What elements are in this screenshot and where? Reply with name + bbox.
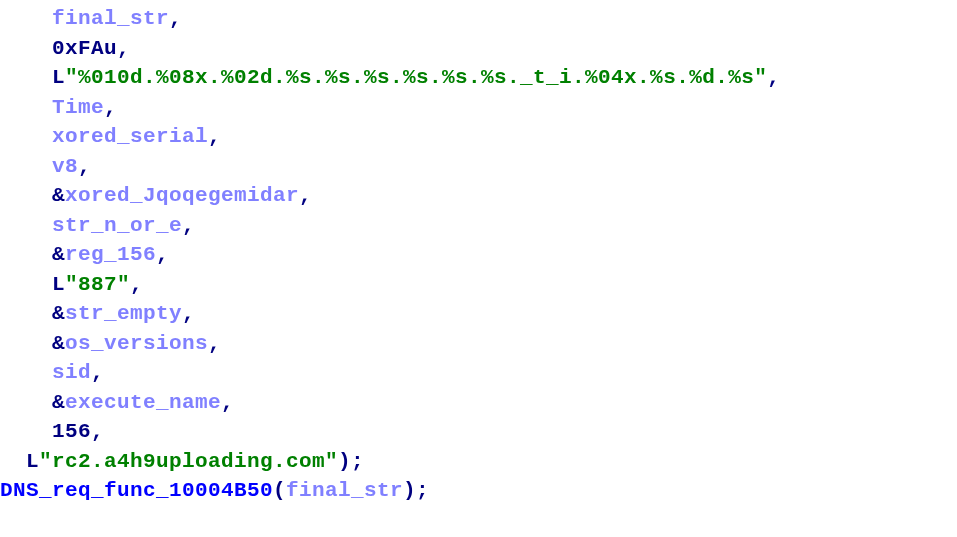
wide-prefix: L [52, 66, 65, 89]
indent [0, 420, 52, 443]
code-line: L"%010d.%08x.%02d.%s.%s.%s.%s.%s.%s._t_i… [0, 66, 780, 89]
code-line: xored_serial, [0, 125, 221, 148]
comma: , [169, 7, 182, 30]
function-call-name: DNS_req_func_10004B50 [0, 479, 273, 502]
comma: , [78, 155, 91, 178]
identifier-str-empty: str_empty [65, 302, 182, 325]
indent [0, 391, 52, 414]
indent [0, 243, 52, 266]
identifier-reg-156: reg_156 [65, 243, 156, 266]
code-line: &os_versions, [0, 332, 221, 355]
identifier-xored-jq: xored_Jqoqegemidar [65, 184, 299, 207]
code-line: L"rc2.a4h9uploading.com"); [0, 450, 364, 473]
comma: , [221, 391, 234, 414]
decompiled-code-block: final_str, 0xFAu, L"%010d.%08x.%02d.%s.%… [0, 0, 957, 506]
identifier-str-n-or-e: str_n_or_e [52, 214, 182, 237]
indent [0, 302, 52, 325]
ampersand: & [52, 243, 65, 266]
string-887: "887" [65, 273, 130, 296]
comma: , [208, 332, 221, 355]
lparen: ( [273, 479, 286, 502]
identifier-xored-serial: xored_serial [52, 125, 208, 148]
comma: , [208, 125, 221, 148]
comma: , [182, 214, 195, 237]
indent [0, 37, 52, 60]
string-domain: "rc2.a4h9uploading.com" [39, 450, 338, 473]
rparen-semi: ); [403, 479, 429, 502]
comma: , [767, 66, 780, 89]
comma: , [91, 361, 104, 384]
code-line: &xored_Jqoqegemidar, [0, 184, 312, 207]
ampersand: & [52, 302, 65, 325]
comma: , [182, 302, 195, 325]
code-line: &execute_name, [0, 391, 234, 414]
indent [0, 184, 52, 207]
comma: , [156, 243, 169, 266]
indent [0, 361, 52, 384]
identifier-v8: v8 [52, 155, 78, 178]
indent [0, 96, 52, 119]
identifier-final-str: final_str [52, 7, 169, 30]
wide-prefix: L [52, 273, 65, 296]
identifier-execute-name: execute_name [65, 391, 221, 414]
code-line: final_str, [0, 7, 182, 30]
indent [0, 66, 52, 89]
indent [0, 125, 52, 148]
indent [0, 155, 52, 178]
code-line: sid, [0, 361, 104, 384]
indent [0, 214, 52, 237]
code-line: str_n_or_e, [0, 214, 195, 237]
code-line: L"887", [0, 273, 143, 296]
code-line: Time, [0, 96, 117, 119]
comma: , [130, 273, 143, 296]
format-string: "%010d.%08x.%02d.%s.%s.%s.%s.%s.%s._t_i.… [65, 66, 767, 89]
wide-prefix: L [26, 450, 39, 473]
code-line: 0xFAu, [0, 37, 130, 60]
code-line: 156, [0, 420, 104, 443]
code-line: &reg_156, [0, 243, 169, 266]
indent [0, 332, 52, 355]
ampersand: & [52, 332, 65, 355]
rparen-semi: ); [338, 450, 364, 473]
indent [0, 7, 52, 30]
code-line: &str_empty, [0, 302, 195, 325]
code-line: DNS_req_func_10004B50(final_str); [0, 479, 429, 502]
ampersand: & [52, 391, 65, 414]
ampersand: & [52, 184, 65, 207]
literal-156: 156 [52, 420, 91, 443]
arg-final-str: final_str [286, 479, 403, 502]
comma: , [104, 96, 117, 119]
comma: , [117, 37, 130, 60]
identifier-sid: sid [52, 361, 91, 384]
identifier-time: Time [52, 96, 104, 119]
code-line: v8, [0, 155, 91, 178]
indent [0, 450, 26, 473]
comma: , [299, 184, 312, 207]
indent [0, 273, 52, 296]
identifier-os-versions: os_versions [65, 332, 208, 355]
comma: , [91, 420, 104, 443]
literal-hex-fa: 0xFAu [52, 37, 117, 60]
